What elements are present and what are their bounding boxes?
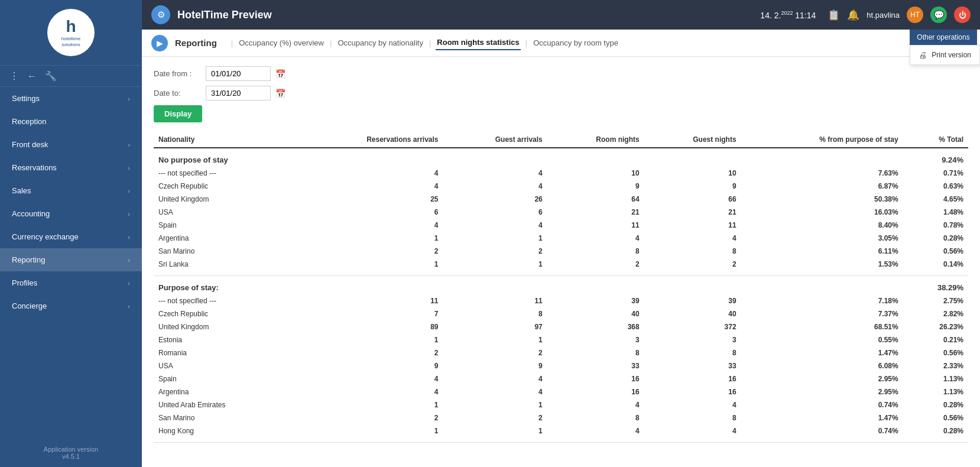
cell-pct-purpose: 6.87% [741,180,903,193]
other-ops-dropdown: Other operations 🖨 Print version [910,30,980,65]
table-row: United Arab Emirates 1 1 4 4 0.74% 0.28% [154,398,968,411]
sidebar-item-currency[interactable]: Currency exchange › [0,225,142,248]
calendar-to-icon[interactable]: 📅 [275,89,285,98]
cell-guest-nights: 11 [644,219,741,232]
message-icon[interactable]: 💬 [930,7,947,23]
topbar-actions: 📋 🔔 ht.pavlina HT 💬 ⏻ [828,7,971,23]
sidebar-item-concierge[interactable]: Concierge › [0,294,142,317]
table-row: San Marino 2 2 8 8 1.47% 0.56% [154,411,968,424]
sidebar-item-reception[interactable]: Reception [0,110,142,133]
calendar-from-icon[interactable]: 📅 [275,69,285,79]
back-button[interactable]: ▶ [151,35,168,51]
tab-occupancy-overview[interactable]: Occupancy (%) overview [238,36,325,50]
back-arrow-icon[interactable]: ← [27,71,37,82]
clipboard-icon[interactable]: 📋 [828,9,840,21]
cell-nationality: USA [154,206,294,219]
table-row: Czech Republic 4 4 9 9 6.87% 0.63% [154,180,968,193]
cell-room-nights: 40 [547,307,644,320]
table-row: Argentina 4 4 16 16 2.95% 1.13% [154,385,968,398]
cell-pct-purpose: 6.08% [741,359,903,372]
print-version-item[interactable]: 🖨 Print version [910,46,979,64]
sidebar-item-reservations[interactable]: Reservations › [0,156,142,179]
cell-pct-purpose: 1.47% [741,346,903,359]
sidebar-item-sales[interactable]: Sales › [0,179,142,202]
sidebar-item-settings[interactable]: Settings › [0,87,142,110]
topbar: ⚙ HotelTime Preview 14. 2.2022 11:14 📋 🔔… [142,0,980,30]
date-from-input[interactable] [206,66,271,81]
cell-room-nights: 4 [547,424,644,437]
col-guest-nights: Guest nights [644,132,741,148]
cell-room-nights: 3 [547,333,644,346]
concierge-label: Concierge [12,301,47,310]
cell-res-arr: 9 [294,359,443,372]
cell-room-nights: 4 [547,232,644,245]
table-row: USA 9 9 33 33 6.08% 2.33% [154,359,968,372]
cell-nationality: United Arab Emirates [154,398,294,411]
cell-nationality: Sri Lanka [154,258,294,271]
topbar-gear-icon[interactable]: ⚙ [151,5,170,24]
sidebar-item-accounting[interactable]: Accounting › [0,202,142,225]
cell-room-nights: 8 [547,411,644,424]
cell-guest-arr: 4 [443,167,547,180]
cell-pct-total: 0.28% [903,424,968,437]
cell-pct-purpose: 7.18% [741,294,903,307]
cell-room-nights: 8 [547,346,644,359]
cell-res-arr: 2 [294,245,443,258]
display-button[interactable]: Display [154,105,202,122]
cell-room-nights: 16 [547,385,644,398]
accounting-label: Accounting [12,209,50,218]
table-row: Estonia 1 1 3 3 0.55% 0.21% [154,333,968,346]
cell-guest-arr: 2 [443,245,547,258]
sidebar-item-reporting[interactable]: Reporting › [0,248,142,271]
cell-res-arr: 1 [294,232,443,245]
reporting-label: Reporting [12,255,45,264]
tab-occupancy-room-type[interactable]: Occupancy by room type [532,36,619,50]
cell-nationality: --- not specified --- [154,167,294,180]
settings-chevron: › [128,95,130,102]
cell-nationality: San Marino [154,245,294,258]
reporting-chevron: › [128,257,130,264]
cell-res-arr: 4 [294,372,443,385]
cell-pct-purpose: 0.55% [741,333,903,346]
cell-res-arr: 4 [294,219,443,232]
table-divider [154,437,968,443]
printer-icon: 🖨 [919,50,927,60]
user-avatar[interactable]: HT [907,7,923,23]
sidebar-item-profiles[interactable]: Profiles › [0,271,142,294]
logo-circle: h hoteltimesolutions [47,9,95,56]
wrench-icon[interactable]: 🔧 [45,70,57,82]
date-to-input[interactable] [206,86,271,100]
cell-room-nights: 8 [547,245,644,258]
cell-guest-nights: 16 [644,385,741,398]
notification-icon[interactable]: 🔔 [847,9,859,21]
cell-guest-arr: 2 [443,346,547,359]
cell-res-arr: 1 [294,424,443,437]
col-nationality: Nationality [154,132,294,148]
cell-nationality: Czech Republic [154,180,294,193]
table-row: Romania 2 2 8 8 1.47% 0.56% [154,346,968,359]
cell-pct-purpose: 3.05% [741,232,903,245]
cell-pct-total: 2.33% [903,359,968,372]
sidebar-item-frontdesk[interactable]: Front desk › [0,133,142,156]
reservations-chevron: › [128,164,130,171]
menu-dots-icon[interactable]: ⋮ [9,70,19,82]
cell-res-arr: 4 [294,180,443,193]
cell-pct-purpose: 50.38% [741,193,903,206]
tab-room-nights[interactable]: Room nights statistics [436,35,520,50]
cell-room-nights: 9 [547,180,644,193]
cell-guest-arr: 6 [443,206,547,219]
tab-occupancy-nationality[interactable]: Occupancy by nationality [336,36,424,50]
cell-guest-arr: 4 [443,385,547,398]
frontdesk-label: Front desk [12,140,48,149]
cell-res-arr: 2 [294,346,443,359]
version-number: v4.5.1 [12,453,130,460]
logo-h: h [66,17,76,36]
cell-guest-arr: 11 [443,294,547,307]
sales-label: Sales [12,186,31,195]
cell-guest-arr: 26 [443,193,547,206]
cell-nationality: Argentina [154,385,294,398]
table-row: Czech Republic 7 8 40 40 7.37% 2.82% [154,307,968,320]
other-ops-button[interactable]: Other operations [910,30,976,45]
power-icon[interactable]: ⏻ [954,7,971,23]
profiles-chevron: › [128,280,130,287]
